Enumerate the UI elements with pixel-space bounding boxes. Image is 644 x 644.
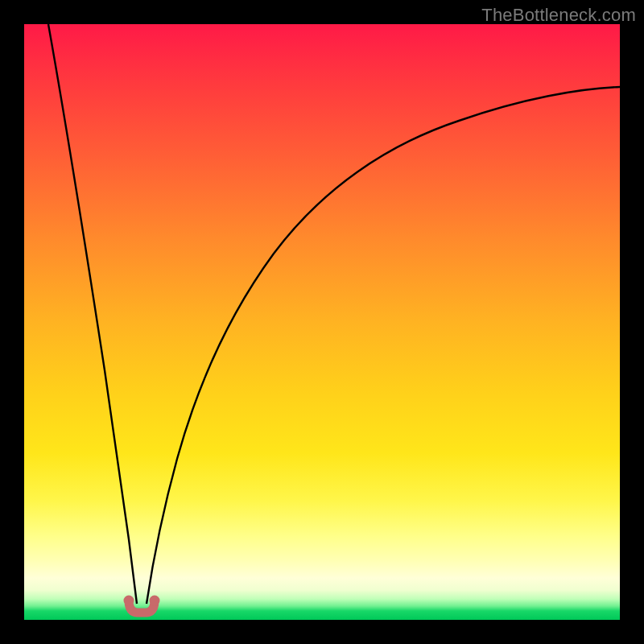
plot-area [24, 24, 620, 620]
bottleneck-curve [24, 24, 620, 620]
curve-right-branch [147, 87, 620, 604]
chart-frame: TheBottleneck.com [0, 0, 644, 644]
valley-marker-dot-right [150, 596, 160, 606]
curve-left-branch [48, 24, 137, 604]
valley-marker-dot-left [124, 596, 134, 606]
watermark-text: TheBottleneck.com [481, 5, 636, 26]
